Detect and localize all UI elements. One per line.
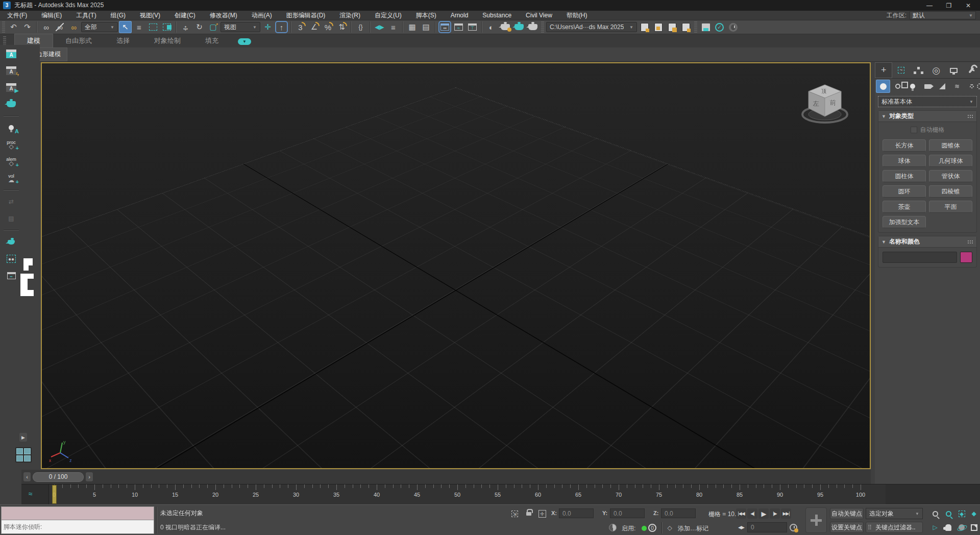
toggle-scene-explorer-button[interactable]: ▦ xyxy=(406,21,419,33)
isolate-selection-toggle[interactable]: ⇲ xyxy=(509,508,520,519)
arnold-render-button[interactable]: Aϟ xyxy=(4,64,19,77)
ribbon-tab-3[interactable]: 选择 xyxy=(104,34,142,47)
menu-item-4[interactable]: 组(G) xyxy=(104,11,133,20)
arnold-render-sequence-button[interactable]: A▶ xyxy=(4,81,19,94)
mini-curve-editor-toggle[interactable]: ≈ xyxy=(29,490,33,498)
menu-item-13[interactable]: Arnold xyxy=(444,11,476,20)
zoom-tool-button[interactable] xyxy=(929,508,941,519)
toolbar-grip[interactable] xyxy=(541,21,544,33)
object-button-1[interactable]: 长方体 xyxy=(883,139,926,152)
menu-item-15[interactable]: Civil View xyxy=(519,11,559,20)
category-space-warps[interactable]: ≋ xyxy=(950,80,964,93)
tab-modify[interactable]: ~ xyxy=(892,62,910,78)
maxscript-mini-listener[interactable]: 脚本迷你侦听: xyxy=(1,506,154,534)
ribbon-tab-2[interactable]: 自由形式 xyxy=(53,34,104,47)
select-and-rotate-button[interactable]: ↻ xyxy=(193,21,206,33)
object-button-2[interactable]: 圆锥体 xyxy=(929,139,972,152)
tab-create[interactable]: + xyxy=(875,62,892,78)
current-frame-field[interactable]: 0 xyxy=(747,522,787,532)
next-frame-button[interactable]: |▶ xyxy=(770,508,780,519)
next-frame-arrow[interactable]: › xyxy=(86,472,93,481)
tab-motion[interactable]: ◎ xyxy=(927,62,945,78)
zoom-extents-button[interactable]: ◆ xyxy=(955,508,968,519)
menu-item-8[interactable]: 动画(A) xyxy=(244,11,279,20)
go-to-end-button[interactable]: ▶▶| xyxy=(781,508,791,519)
redo-button[interactable]: ↷ xyxy=(21,21,34,33)
viewport-layout-tab-button[interactable] xyxy=(15,447,32,463)
category-shapes[interactable] xyxy=(891,80,905,93)
arnold-material-teapot-button[interactable] xyxy=(4,98,19,111)
window-crossing-toggle[interactable] xyxy=(160,21,173,33)
selection-filter-dropdown[interactable]: 全部 ▼ xyxy=(81,22,118,32)
category-systems[interactable] xyxy=(965,80,979,93)
light-lister-button[interactable]: ●● xyxy=(4,252,19,265)
object-button-4[interactable]: 几何球体 xyxy=(929,155,972,167)
menu-item-7[interactable]: 修改器(M) xyxy=(203,11,244,20)
render-production-button[interactable] xyxy=(526,21,539,33)
percent-snap-toggle[interactable]: % xyxy=(322,21,334,33)
select-and-scale-button[interactable]: ▢↗ xyxy=(207,21,219,33)
go-to-start-button[interactable]: |◀◀ xyxy=(736,508,746,519)
menu-item-5[interactable]: 视图(V) xyxy=(133,11,167,20)
viewcube[interactable]: 顶 左 前 xyxy=(794,78,855,134)
object-button-3[interactable]: 球体 xyxy=(883,155,926,167)
save-container-button[interactable] xyxy=(679,21,692,33)
object-type-header[interactable]: ▼ 对象类型 xyxy=(878,111,976,122)
listener-pane[interactable]: 脚本迷你侦听: xyxy=(2,520,154,533)
layout-flyout-arrow-button[interactable]: ▶ xyxy=(19,433,27,442)
auto-key-button[interactable]: 自动关键点 xyxy=(830,508,864,519)
object-color-swatch[interactable] xyxy=(960,252,972,263)
menu-item-9[interactable]: 图形编辑器(D) xyxy=(279,11,333,20)
zoom-extents-all-button[interactable]: ◆ xyxy=(968,508,980,519)
maximize-button[interactable]: ❐ xyxy=(940,1,958,10)
select-and-link-icon[interactable]: ∞ xyxy=(40,21,53,33)
curve-editor-button[interactable]: ≈ xyxy=(452,21,465,33)
create-procedural-button[interactable]: proc◇+ xyxy=(4,138,19,151)
ribbon-minimize-pill[interactable]: ▼ xyxy=(238,38,251,45)
play-button[interactable]: ▶ xyxy=(758,508,769,519)
menu-item-11[interactable]: 自定义(U) xyxy=(368,11,409,20)
selection-lock-toggle[interactable] xyxy=(524,507,534,518)
bind-to-space-warp-icon[interactable]: ∞ xyxy=(67,21,80,33)
select-and-manipulate-button[interactable]: ↑ xyxy=(275,21,288,33)
load-container-button[interactable] xyxy=(666,21,678,33)
x-coordinate-field[interactable]: 0.0 xyxy=(559,508,594,518)
object-button-8[interactable]: 四棱锥 xyxy=(929,185,972,198)
object-button-9[interactable]: 茶壶 xyxy=(883,201,926,213)
select-by-name-button[interactable]: ≡ xyxy=(133,21,145,33)
perspective-viewport[interactable]: 顶 左 前 x y z xyxy=(41,62,871,469)
track-bar-ruler[interactable]: 0510152025303540455055606570758085909510… xyxy=(48,484,886,505)
frame-spinner-arrows[interactable]: ◀▶ xyxy=(736,522,746,532)
undo-button[interactable]: ↶ xyxy=(7,21,20,33)
category-helpers[interactable] xyxy=(935,80,949,93)
rectangular-selection-region-button[interactable] xyxy=(146,21,159,33)
category-cameras[interactable] xyxy=(920,80,935,93)
spinner-snap-toggle[interactable]: ⇅ xyxy=(335,21,348,33)
zoom-all-button[interactable] xyxy=(942,508,954,519)
project-path-dropdown[interactable]: C:\Users\Ad···ds Max 2025 ▼ xyxy=(546,22,637,32)
absolute-relative-toggle[interactable]: ✛ xyxy=(537,508,547,519)
import-container-button[interactable] xyxy=(638,21,651,33)
workspace-dropdown[interactable]: 默认 ▼ xyxy=(910,11,976,19)
select-object-button[interactable]: ↖ xyxy=(119,21,132,33)
ribbon-tab-4[interactable]: 对象绘制 xyxy=(142,34,193,47)
add-time-tag[interactable]: 添加…标记 xyxy=(678,524,708,533)
adaptive-degradation-toggle[interactable] xyxy=(607,522,618,532)
save-file-button[interactable] xyxy=(699,21,712,33)
time-slider-thumb[interactable]: 0 / 100 xyxy=(33,472,84,482)
create-alembic-button[interactable]: alem◇+ xyxy=(4,155,19,168)
autogrid-checkbox[interactable] xyxy=(911,127,917,133)
toolbar-grip[interactable] xyxy=(694,21,697,33)
menu-item-16[interactable]: 帮助(H) xyxy=(559,11,595,20)
menu-item-3[interactable]: 工具(T) xyxy=(69,11,103,20)
mirror-button[interactable]: ◀▶ xyxy=(373,21,386,33)
close-button[interactable]: ✕ xyxy=(960,1,977,10)
history-clock-button[interactable] xyxy=(727,21,740,33)
category-lights[interactable] xyxy=(905,80,920,93)
rendered-frame-window-button[interactable] xyxy=(512,21,525,33)
menu-item-6[interactable]: 创建(C) xyxy=(167,11,203,20)
tab-display[interactable] xyxy=(945,62,962,78)
check-validate-button[interactable]: ✓ xyxy=(713,21,726,33)
previous-frame-button[interactable]: ◀| xyxy=(747,508,757,519)
menu-item-14[interactable]: Substance xyxy=(475,11,519,20)
